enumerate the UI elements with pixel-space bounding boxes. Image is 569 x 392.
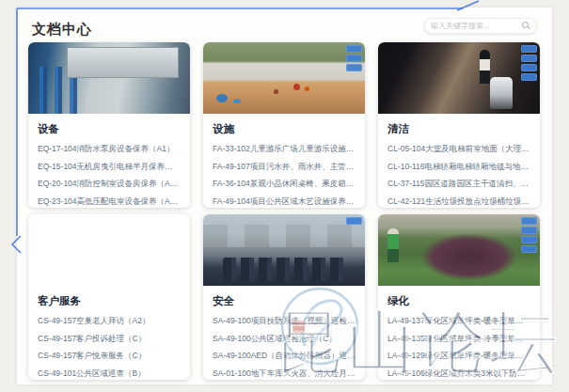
category-card-facilities: 设施 FA-33-102儿童游乐广场儿童游乐设施检测（A2）FA-49-107项… bbox=[203, 42, 365, 208]
security-guards-photo bbox=[203, 214, 365, 286]
card-body: 设备 EQ-17-104消防水泵房设备保养（A1）EQ-15-104无机房曳引电… bbox=[28, 114, 190, 208]
document-list: CS-49-157空巢老人拜访（A2）CS-49-157客户投诉处理（C）CS-… bbox=[38, 316, 181, 380]
document-link[interactable]: CS-49-157空巢老人拜访（A2） bbox=[38, 316, 181, 327]
photo-badges bbox=[346, 217, 362, 225]
document-link[interactable]: SA-49-100公共区域巡检治理（C） bbox=[213, 334, 356, 345]
document-list: EQ-17-104消防水泵房设备保养（A1）EQ-15-104无机房曳引电梯半月… bbox=[38, 144, 181, 208]
photo-tag-badge bbox=[521, 64, 537, 71]
search-input[interactable] bbox=[431, 22, 522, 30]
photo-tag-badge bbox=[521, 217, 537, 225]
photo-tag-badge bbox=[346, 217, 362, 225]
document-link[interactable]: LA-49-129绿化区域草坪类-暖冬型草坪浇灌清扫(修剪) bbox=[387, 351, 530, 362]
document-link[interactable]: EQ-17-104消防水泵房设备保养（A1） bbox=[38, 144, 181, 155]
page-title: 文档中心 bbox=[32, 21, 92, 39]
garage-cleaning-robot-photo bbox=[378, 42, 540, 114]
document-link[interactable]: SA-01-100地下车库灭火器、消火栓月度巡检（A2） bbox=[213, 368, 356, 380]
card-body: 清洁 CL-05-104大堂及电梯前室地面（大理石）保养(B)CL-10-116… bbox=[378, 114, 540, 208]
card-body: 客户服务 CS-49-157空巢老人拜访（A2）CS-49-157客户投诉处理（… bbox=[28, 286, 190, 380]
document-link[interactable]: EQ-23-104高低压配电室设备保养（A2） bbox=[38, 196, 181, 208]
document-link[interactable]: LA-49-106绿化区域乔木类3米以下防冻(A2) bbox=[387, 368, 530, 380]
photo-badges bbox=[346, 45, 362, 71]
card-body: 设施 FA-33-102儿童游乐广场儿童游乐设施检测（A2）FA-49-107项… bbox=[203, 114, 365, 208]
card-body: 绿化 LA-49-137绿化区域草坪类-暖冬型草坪冬季防冻处理(B)LA-49-… bbox=[378, 286, 540, 380]
document-link[interactable]: CL-37-115园区道路园区主干道清扫、出入口地面、楼栋出… bbox=[387, 179, 530, 190]
content-panel: 文档中心 设备 EQ-17-104消防水泵房设备保养（A1）EQ-15-104无… bbox=[17, 8, 552, 384]
document-link[interactable]: CS-49-157客户投诉处理（C） bbox=[38, 334, 181, 345]
photo-tag-badge bbox=[521, 73, 537, 81]
document-link[interactable]: CS-49-157客户悦亲服务（C） bbox=[38, 351, 181, 362]
document-link[interactable]: EQ-15-104无机房曳引电梯半月保养（A1） bbox=[38, 162, 181, 173]
search-box bbox=[424, 18, 537, 34]
category-title-facilities: 设施 bbox=[213, 122, 356, 136]
document-list: LA-49-137绿化区域草坪类-暖冬型草坪冬季防冻处理(B)LA-49-135… bbox=[387, 316, 530, 380]
category-card-equipment: 设备 EQ-17-104消防水泵房设备保养（A1）EQ-15-104无机房曳引电… bbox=[28, 42, 190, 208]
photo-tag-badge bbox=[521, 245, 537, 253]
document-list: SA-49-100项目技防系统（视频）巡检（C）SA-49-100公共区域巡检治… bbox=[213, 316, 356, 380]
card-body: 安全 SA-49-100项目技防系统（视频）巡检（C）SA-49-100公共区域… bbox=[203, 286, 365, 380]
category-title-security: 安全 bbox=[213, 294, 356, 308]
document-link[interactable]: CS-49-101公共区域巡查（B） bbox=[38, 368, 181, 380]
cards-grid: 设备 EQ-17-104消防水泵房设备保养（A1）EQ-15-104无机房曳引电… bbox=[28, 42, 540, 380]
category-title-customer-service: 客户服务 bbox=[38, 294, 181, 308]
photo-tag-badge bbox=[521, 45, 537, 53]
category-title-greening: 绿化 bbox=[387, 294, 530, 308]
document-link[interactable]: LA-49-135绿化区域草坪类-冷季型草坪修剪(C) bbox=[387, 334, 530, 345]
document-link[interactable]: CL-10-116电梯轿厢电梯轿厢地毯与地面清洁(A2) bbox=[387, 162, 530, 173]
category-card-security: 安全 SA-49-100项目技防系统（视频）巡检（C）SA-49-100公共区域… bbox=[203, 214, 365, 380]
photo-badges bbox=[521, 217, 537, 253]
category-title-equipment: 设备 bbox=[38, 122, 181, 136]
photo-badges bbox=[521, 45, 537, 81]
category-card-greening: 绿化 LA-49-137绿化区域草坪类-暖冬型草坪冬季防冻处理(B)LA-49-… bbox=[378, 214, 540, 380]
photo-tag-badge bbox=[521, 55, 537, 62]
document-link[interactable]: FA-33-102儿童游乐广场儿童游乐设施检测（A2） bbox=[213, 144, 356, 155]
photo-tag-badge bbox=[346, 64, 362, 71]
photo-tag-badge bbox=[521, 227, 537, 234]
document-link[interactable]: FA-49-107项目污水井、雨水井、主管网清掏（A1） bbox=[213, 162, 356, 173]
category-title-cleaning: 清洁 bbox=[387, 122, 530, 136]
staff-with-elderly-photo bbox=[28, 214, 190, 286]
document-list: CL-05-104大堂及电梯前室地面（大理石）保养(B)CL-10-116电梯轿… bbox=[387, 144, 530, 208]
document-link[interactable]: CL-05-104大堂及电梯前室地面（大理石）保养(B) bbox=[387, 144, 530, 155]
document-link[interactable]: SA-49-100AED（自动体外除颤器）巡检（A2） bbox=[213, 351, 356, 362]
document-link[interactable]: LA-49-137绿化区域草坪类-暖冬型草坪冬季防冻处理(B) bbox=[387, 316, 530, 327]
document-list: FA-33-102儿童游乐广场儿童游乐设施检测（A2）FA-49-107项目污水… bbox=[213, 144, 356, 208]
document-link[interactable]: CL-42-121生活垃圾投放点垃圾桶垃圾收集(A2) bbox=[387, 196, 530, 208]
category-card-customer-service: 客户服务 CS-49-157空巢老人拜访（A2）CS-49-157客户投诉处理（… bbox=[28, 214, 190, 380]
document-link[interactable]: SA-49-100项目技防系统（视频）巡检（C） bbox=[213, 316, 356, 327]
lawn-mowing-photo bbox=[378, 214, 540, 286]
search-icon[interactable] bbox=[522, 22, 530, 30]
photo-tag-badge bbox=[346, 45, 362, 53]
document-link[interactable]: FA-36-104景观小品休闲桌椅、果皮箱保养（C） bbox=[213, 179, 356, 190]
category-card-cleaning: 清洁 CL-05-104大堂及电梯前室地面（大理石）保养(B)CL-10-116… bbox=[378, 42, 540, 208]
document-link[interactable]: FA-49-104项目公共区域木艺设施保养（C） bbox=[213, 196, 356, 208]
water-pump-room-photo bbox=[28, 42, 190, 114]
photo-tag-badge bbox=[521, 236, 537, 243]
playground-photo bbox=[203, 42, 365, 114]
photo-tag-badge bbox=[346, 55, 362, 62]
document-link[interactable]: EQ-20-104消防控制室设备房保养（A2） bbox=[38, 179, 181, 190]
